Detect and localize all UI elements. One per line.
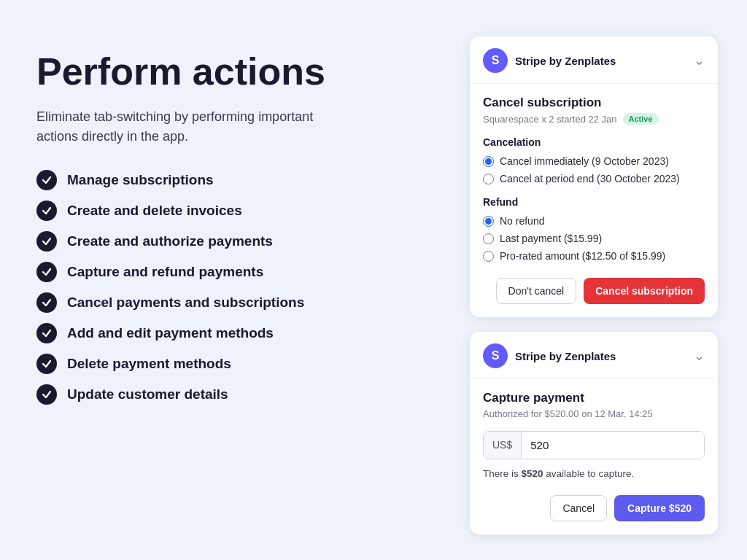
feature-list: Manage subscriptionsCreate and delete in… — [36, 170, 441, 405]
cancel-card-header: S Stripe by Zenplates ⌄ — [470, 36, 718, 84]
feature-item: Add and edit payment methods — [36, 323, 441, 343]
cancel-period-end-radio[interactable] — [483, 174, 494, 184]
feature-item: Delete payment methods — [36, 354, 441, 374]
check-icon — [36, 170, 57, 190]
refund-label: Refund — [483, 196, 705, 208]
page-wrapper: Perform actions Eliminate tab-switching … — [0, 0, 747, 560]
capture-card-subtitle: Authorized for $520.00 on 12 Mar, 14:25 — [483, 408, 705, 419]
feature-item: Update customer details — [36, 384, 441, 405]
capture-card-header-left: S Stripe by Zenplates — [483, 343, 616, 368]
check-icon — [36, 292, 57, 313]
capture-card-title: Capture payment — [483, 391, 705, 405]
feature-item: Cancel payments and subscriptions — [36, 292, 441, 313]
capture-card-header: S Stripe by Zenplates ⌄ — [470, 332, 718, 379]
feature-item-text: Delete payment methods — [67, 356, 231, 372]
capture-note: There is $520 available to capture. — [483, 468, 705, 479]
last-payment-option[interactable]: Last payment ($15.99) — [483, 233, 705, 244]
left-panel: Perform actions Eliminate tab-switching … — [36, 36, 441, 405]
capture-card-chevron-icon[interactable]: ⌄ — [694, 348, 705, 364]
prorated-option[interactable]: Pro-rated amount ($12.50 of $15.99) — [483, 250, 705, 262]
no-refund-option[interactable]: No refund — [483, 215, 705, 227]
page-title: Perform actions — [36, 51, 441, 93]
feature-item-text: Create and authorize payments — [67, 233, 273, 249]
cancel-card-header-left: S Stripe by Zenplates — [483, 48, 616, 73]
cancel-subscription-card: S Stripe by Zenplates ⌄ Cancel subscript… — [470, 36, 718, 317]
stripe-avatar-capture: S — [483, 343, 508, 368]
check-icon — [36, 354, 57, 374]
cancellation-radio-group: Cancel immediately (9 October 2023) Canc… — [483, 155, 705, 184]
cancel-provider-name: Stripe by Zenplates — [515, 55, 616, 67]
active-badge: Active — [623, 113, 659, 125]
cancel-card-chevron-icon[interactable]: ⌄ — [694, 52, 705, 69]
capture-card-body: Capture payment Authorized for $520.00 o… — [470, 379, 718, 534]
amount-input[interactable] — [522, 432, 704, 459]
check-icon — [36, 323, 57, 343]
cancel-subscription-button[interactable]: Cancel subscription — [584, 278, 705, 304]
cancellation-label: Cancelation — [483, 136, 705, 148]
stripe-avatar-cancel: S — [483, 48, 508, 73]
cancel-card-subtitle: Squarespace x 2 started 22 Jan Active — [483, 113, 705, 125]
cancel-card-title: Cancel subscription — [483, 96, 705, 110]
feature-item-text: Update customer details — [67, 386, 228, 402]
check-icon — [36, 262, 57, 282]
capture-provider-name: Stripe by Zenplates — [515, 350, 616, 362]
feature-item-text: Add and edit payment methods — [67, 325, 274, 341]
page-subtitle: Eliminate tab-switching by performing im… — [36, 107, 350, 147]
feature-item-text: Manage subscriptions — [67, 172, 214, 188]
prorated-radio[interactable] — [483, 251, 494, 262]
cancel-immediately-option[interactable]: Cancel immediately (9 October 2023) — [483, 155, 705, 167]
capture-payment-card: S Stripe by Zenplates ⌄ Capture payment … — [470, 332, 718, 534]
feature-item: Create and authorize payments — [36, 231, 441, 252]
feature-item-text: Create and delete invoices — [67, 203, 242, 219]
capture-card-actions: Cancel Capture $520 — [483, 491, 705, 521]
cancel-card-body: Cancel subscription Squarespace x 2 star… — [470, 84, 718, 317]
currency-label: US$ — [484, 432, 522, 459]
last-payment-radio[interactable] — [483, 233, 494, 244]
no-refund-radio[interactable] — [483, 216, 494, 227]
feature-item-text: Capture and refund payments — [67, 264, 263, 280]
feature-item: Manage subscriptions — [36, 170, 441, 190]
capture-button[interactable]: Capture $520 — [614, 495, 705, 521]
amount-input-wrapper: US$ — [483, 431, 705, 459]
cancel-period-end-option[interactable]: Cancel at period end (30 October 2023) — [483, 173, 705, 184]
feature-item: Create and delete invoices — [36, 201, 441, 221]
check-icon — [36, 231, 57, 252]
check-icon — [36, 201, 57, 221]
right-panel: S Stripe by Zenplates ⌄ Cancel subscript… — [470, 36, 718, 534]
refund-radio-group: No refund Last payment ($15.99) Pro-rate… — [483, 215, 705, 262]
capture-cancel-button[interactable]: Cancel — [550, 495, 607, 521]
feature-item-text: Cancel payments and subscriptions — [67, 295, 304, 311]
cancel-card-actions: Don't cancel Cancel subscription — [483, 273, 705, 304]
check-icon — [36, 384, 57, 405]
cancel-immediately-radio[interactable] — [483, 156, 494, 167]
feature-item: Capture and refund payments — [36, 262, 441, 282]
dont-cancel-button[interactable]: Don't cancel — [496, 278, 577, 304]
